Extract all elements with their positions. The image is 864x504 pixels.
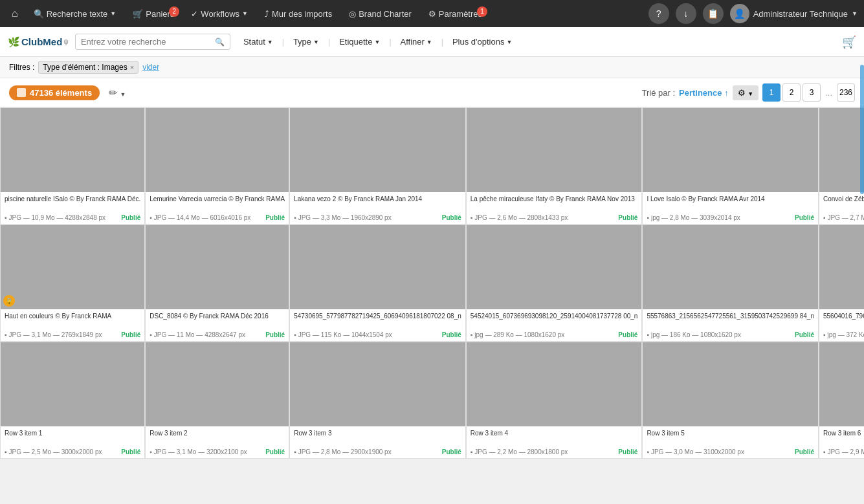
grid-item[interactable]: piscine naturelle ISalo © By Franck RAMA… [0, 107, 145, 225]
file-type-icon: ▪ [647, 214, 649, 221]
page-last-button[interactable]: 236 [837, 83, 855, 102]
nav-search-label: Recherche texte [47, 9, 108, 19]
item-title: Row 3 item 3 [294, 429, 461, 438]
status-badge: Publié [795, 331, 814, 338]
checkmark-icon: ✓ [191, 9, 198, 19]
item-file-info: JPG — 11 Mo — 4288x2647 px [154, 331, 245, 338]
item-meta: ▪JPG — 3,1 Mo — 3200x2100 pxPublié [146, 447, 289, 458]
item-file-info: JPG — 3,1 Mo — 2769x1849 px [9, 331, 102, 338]
item-meta: ▪JPG — 2,7 Mo — 3008x2000 pxPublié [819, 213, 864, 224]
page-1-button[interactable]: 1 [762, 83, 781, 102]
grid-item[interactable]: Lemurine Varrecia varrecia © By Franck R… [145, 107, 289, 225]
status-badge: Publié [795, 214, 814, 221]
filter-remove-icon[interactable]: × [130, 63, 134, 71]
filter-tag-text: Type d'élément : Images [43, 63, 127, 72]
clipboard-button[interactable]: 📋 [703, 3, 724, 24]
nav-params-label: Paramètres [439, 9, 482, 19]
home-button[interactable]: ⌂ [6, 4, 23, 23]
download-button[interactable]: ↓ [676, 3, 696, 24]
item-title: Row 3 item 5 [647, 429, 814, 438]
status-badge: Publié [121, 331, 140, 338]
status-badge: Publié [442, 331, 461, 338]
item-file-info: JPG — 2,2 Mo — 2800x1800 px [474, 448, 568, 455]
clear-filters-link[interactable]: vider [142, 63, 159, 72]
type-chevron-icon: ▼ [313, 39, 319, 45]
file-type-icon: ▪ [5, 331, 7, 338]
file-type-icon: ▪ [5, 214, 7, 221]
grid-item[interactable]: 54730695_577987782719425_606940961818070… [289, 225, 466, 342]
user-menu-chevron-icon: ▼ [852, 10, 858, 17]
image-thumbnail [643, 225, 818, 309]
image-thumbnail [467, 342, 642, 426]
item-meta: ▪JPG — 10,9 Mo — 4288x2848 pxPublié [1, 213, 144, 224]
help-button[interactable]: ? [648, 3, 669, 24]
file-type-icon: ▪ [150, 214, 152, 221]
nav-imports[interactable]: ⤴ Mur des imports [258, 5, 338, 23]
display-settings-button[interactable]: ⚙ ▼ [733, 85, 759, 100]
plus-options-button[interactable]: Plus d'options ▼ [446, 34, 518, 50]
nav-workflows-label: Workflows [201, 9, 239, 19]
page-3-button[interactable]: 3 [803, 83, 821, 102]
grid-item[interactable]: Row 3 item 4▪JPG — 2,2 Mo — 2800x1800 px… [466, 342, 643, 459]
nav-params[interactable]: ⚙ Paramètres 1 [422, 5, 489, 23]
file-type-icon: ▪ [294, 214, 296, 221]
item-title: Row 3 item 4 [471, 429, 638, 438]
item-meta: ▪JPG — 2,9 Mo — 2950x1950 pxPublié [819, 447, 864, 458]
nav-paniers[interactable]: 🛒 Paniers 2 [126, 5, 181, 23]
grid-item[interactable]: Row 3 item 6▪JPG — 2,9 Mo — 2950x1950 px… [819, 342, 864, 459]
scrollbar[interactable] [860, 65, 864, 194]
file-type-icon: ▪ [150, 448, 152, 455]
image-thumbnail [819, 108, 864, 192]
grid-item[interactable]: La pêche miraculeuse Ifaty © By Franck R… [466, 107, 643, 225]
count-badge: 47136 éléments [9, 85, 100, 100]
grid-item[interactable]: Row 3 item 5▪JPG — 3,0 Mo — 3100x2000 px… [642, 342, 819, 459]
grid-item[interactable]: DSC_8084 © By Franck RAMA Déc 2016▪JPG —… [145, 225, 289, 342]
image-thumbnail [467, 225, 642, 309]
item-meta: ▪JPG — 2,6 Mo — 2808x1433 pxPublié [467, 213, 642, 224]
grid-item[interactable]: Convoi de Zébu sur la RN7 © By Franck RA… [819, 107, 864, 225]
user-name: Administrateur Technique [753, 9, 848, 19]
file-type-icon: ▪ [150, 331, 152, 338]
grid-item[interactable]: I Love Isalo © By Franck RAMA Avr 2014▪j… [642, 107, 819, 225]
cart-button[interactable]: 🛒 [842, 35, 856, 49]
search-input[interactable] [81, 37, 215, 47]
item-meta: ▪JPG — 3,1 Mo — 2769x1849 pxPublié [1, 330, 144, 341]
item-title: Convoi de Zébu sur la RN7 © By Franck RA… [823, 195, 864, 204]
type-filter-button[interactable]: Type ▼ [287, 34, 326, 50]
grid-item[interactable]: 55604016_796459010712031_307108153282002… [819, 225, 864, 342]
statut-filter-button[interactable]: Statut ▼ [237, 34, 280, 50]
file-type-icon: ▪ [823, 448, 826, 455]
item-title: Lemurine Varrecia varrecia © By Franck R… [150, 195, 285, 204]
page-2-button[interactable]: 2 [782, 83, 801, 102]
grid-item[interactable]: Row 3 item 2▪JPG — 3,1 Mo — 3200x2100 px… [145, 342, 289, 459]
logo-leaf-icon: 🌿 [8, 36, 20, 48]
grid-item[interactable]: 54524015_607369693098120_259140040817377… [466, 225, 643, 342]
grid-item[interactable]: Row 3 item 1▪JPG — 2,5 Mo — 3000x2000 px… [0, 342, 145, 459]
user-menu-button[interactable]: 👤 Administrateur Technique ▼ [730, 4, 858, 23]
nav-brand-charter[interactable]: ◎ Brand Charter [342, 5, 418, 23]
item-file-info: JPG — 14,4 Mo — 6016x4016 px [154, 214, 251, 221]
grid-item[interactable]: Lakana vezo 2 © By Franck RAMA Jan 2014▪… [289, 107, 466, 225]
etiquette-filter-button[interactable]: Etiquette ▼ [333, 34, 386, 50]
chevron-down-icon: ▼ [242, 10, 248, 17]
edit-chevron-icon: ▼ [120, 91, 126, 98]
grid-item[interactable]: 🔒Haut en couleurs © By Franck RAMA▪JPG —… [0, 225, 145, 342]
image-thumbnail [146, 342, 289, 426]
sort-value-button[interactable]: Pertinence ↑ [679, 88, 729, 98]
file-type-icon: ▪ [823, 331, 826, 338]
avatar: 👤 [730, 4, 749, 23]
image-thumbnail [643, 108, 818, 192]
item-meta: ▪JPG — 11 Mo — 4288x2647 pxPublié [146, 330, 289, 341]
affiner-filter-button[interactable]: Affiner ▼ [394, 34, 439, 50]
search-submit-icon[interactable]: 🔍 [215, 38, 225, 47]
item-title: 54730695_577987782719425_606940961818070… [294, 312, 461, 321]
nav-workflows[interactable]: ✓ Workflows ▼ [184, 5, 254, 23]
grid-item[interactable]: 55576863_2156562547725561_31595037425296… [642, 225, 819, 342]
grid-item[interactable]: Row 3 item 3▪JPG — 2,8 Mo — 2900x1900 px… [289, 342, 466, 459]
search-input-wrap[interactable]: 🔍 [75, 34, 230, 50]
lock-icon: 🔒 [3, 295, 15, 307]
item-meta: ▪jpg — 186 Ko — 1080x1620 pxPublié [643, 330, 818, 341]
edit-button[interactable]: ✏ ▼ [109, 87, 126, 99]
item-meta: ▪JPG — 3,3 Mo — 1960x2890 pxPublié [290, 213, 465, 224]
nav-search[interactable]: 🔍 Recherche texte ▼ [27, 5, 123, 23]
